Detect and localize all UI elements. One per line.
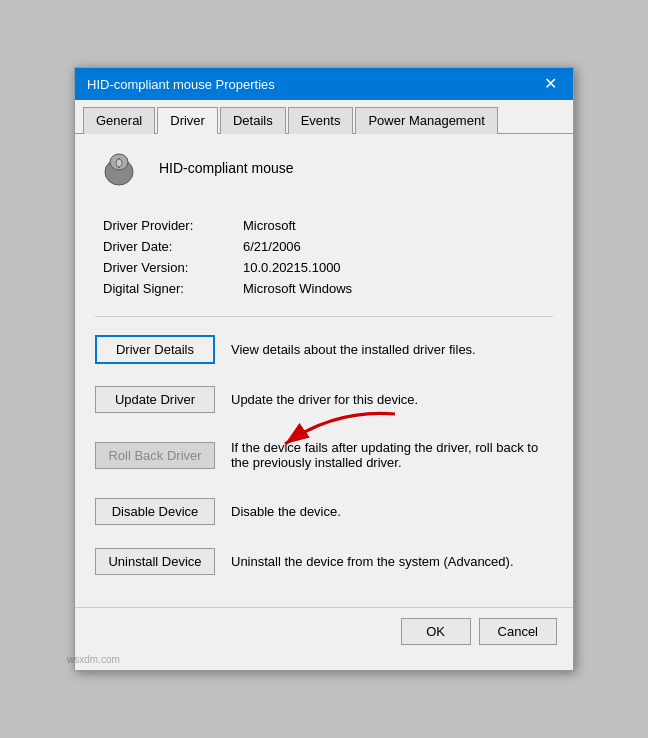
date-value: 6/21/2006 xyxy=(243,239,301,254)
dialog-footer: OK Cancel xyxy=(75,607,573,655)
version-row: Driver Version: 10.0.20215.1000 xyxy=(103,260,553,275)
tab-details[interactable]: Details xyxy=(220,107,286,134)
provider-value: Microsoft xyxy=(243,218,296,233)
cancel-button[interactable]: Cancel xyxy=(479,618,557,645)
uninstall-description: Uninstall the device from the system (Ad… xyxy=(231,554,553,569)
disable-device-button[interactable]: Disable Device xyxy=(95,498,215,525)
version-label: Driver Version: xyxy=(103,260,243,275)
tab-power-management[interactable]: Power Management xyxy=(355,107,497,134)
tab-strip: General Driver Details Events Power Mana… xyxy=(75,100,573,134)
uninstall-device-button[interactable]: Uninstall Device xyxy=(95,548,215,575)
rollback-driver-button[interactable]: Roll Back Driver xyxy=(95,442,215,469)
driver-details-description: View details about the installed driver … xyxy=(231,342,553,357)
signer-row: Digital Signer: Microsoft Windows xyxy=(103,281,553,296)
provider-row: Driver Provider: Microsoft xyxy=(103,218,553,233)
svg-point-3 xyxy=(116,159,122,167)
version-value: 10.0.20215.1000 xyxy=(243,260,341,275)
device-header: HID-compliant mouse xyxy=(95,150,553,198)
date-label: Driver Date: xyxy=(103,239,243,254)
signer-label: Digital Signer: xyxy=(103,281,243,296)
action-row-update-driver: Update Driver Update the driver for this… xyxy=(95,379,553,419)
dialog-title: HID-compliant mouse Properties xyxy=(87,77,275,92)
divider xyxy=(95,316,553,317)
action-row-driver-details: Driver Details View details about the in… xyxy=(95,329,553,369)
actions-section: Driver Details View details about the in… xyxy=(95,329,553,581)
tab-events[interactable]: Events xyxy=(288,107,354,134)
close-button[interactable]: ✕ xyxy=(540,76,561,92)
update-driver-description: Update the driver for this device. xyxy=(231,392,553,407)
driver-details-button[interactable]: Driver Details xyxy=(95,335,215,364)
action-row-uninstall: Uninstall Device Uninstall the device fr… xyxy=(95,541,553,581)
provider-label: Driver Provider: xyxy=(103,218,243,233)
update-driver-button[interactable]: Update Driver xyxy=(95,386,215,413)
tab-content: HID-compliant mouse Driver Provider: Mic… xyxy=(75,134,573,607)
rollback-description: If the device fails after updating the d… xyxy=(231,440,553,470)
dialog-window: HID-compliant mouse Properties ✕ General… xyxy=(74,67,574,671)
device-name: HID-compliant mouse xyxy=(159,160,294,176)
date-row: Driver Date: 6/21/2006 xyxy=(103,239,553,254)
action-row-rollback: Roll Back Driver If the device fails aft… xyxy=(95,429,553,481)
action-row-disable: Disable Device Disable the device. xyxy=(95,491,553,531)
tab-general[interactable]: General xyxy=(83,107,155,134)
mouse-icon xyxy=(95,150,143,186)
ok-button[interactable]: OK xyxy=(401,618,471,645)
watermark: wsxdm.com xyxy=(67,654,120,665)
tab-driver[interactable]: Driver xyxy=(157,107,218,134)
driver-info: Driver Provider: Microsoft Driver Date: … xyxy=(95,218,553,296)
title-bar: HID-compliant mouse Properties ✕ xyxy=(75,68,573,100)
disable-description: Disable the device. xyxy=(231,504,553,519)
signer-value: Microsoft Windows xyxy=(243,281,352,296)
